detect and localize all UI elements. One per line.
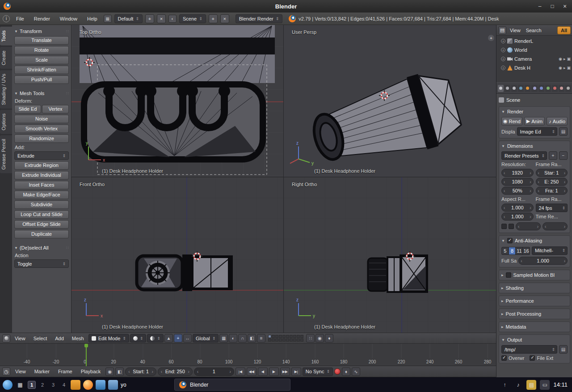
audio-button[interactable]: ♪Audio <box>547 117 568 125</box>
keying-set-icon[interactable]: ♦ <box>342 367 350 376</box>
loop-cut-button[interactable]: Loop Cut and Slide <box>14 210 69 219</box>
vertex-slide-button[interactable]: Vertex <box>42 105 69 113</box>
noise-button[interactable]: Noise <box>14 115 69 123</box>
renderable-icon[interactable]: ▣ <box>567 66 571 70</box>
tab-render[interactable] <box>498 85 504 92</box>
scene-dropdown[interactable]: Scene <box>179 14 206 23</box>
updates-icon[interactable]: ↑ <box>500 380 509 390</box>
close-icon[interactable] <box>561 3 568 10</box>
timeline-view-menu[interactable]: View <box>12 368 29 375</box>
add-scene-button[interactable]: + <box>209 14 218 23</box>
scale-button[interactable]: Scale <box>14 56 69 64</box>
tab-modifiers[interactable] <box>538 85 544 92</box>
performance-header[interactable]: Performance <box>501 297 568 304</box>
end-frame-field[interactable]: End: 250 <box>158 367 193 376</box>
outliner-filter-button[interactable]: All <box>557 26 571 34</box>
lock-icon[interactable]: ∷ <box>306 334 315 342</box>
offset-edge-slide-button[interactable]: Offset Edge Slide <box>14 220 69 229</box>
fps-dropdown[interactable]: 24 fps <box>536 204 568 212</box>
selectable-icon[interactable]: ▸ <box>564 66 566 70</box>
tab-physics[interactable] <box>565 85 571 92</box>
panel-transform-header[interactable]: Transform ∷ <box>14 29 69 34</box>
tab-object[interactable] <box>525 85 530 92</box>
tab-data[interactable] <box>545 85 551 92</box>
snap-element-icon[interactable]: ◧ <box>248 334 256 342</box>
panel-mesh-tools-header[interactable]: Mesh Tools ∷ <box>14 91 69 96</box>
snap-magnet-icon[interactable]: ∩ <box>238 334 247 342</box>
workspace-4-button[interactable]: 4 <box>60 381 68 389</box>
render-opengl-icon[interactable]: ◉ <box>315 334 324 342</box>
extrude-dropdown[interactable]: Extrude <box>14 151 69 160</box>
frame-end-field[interactable]: E: 250 <box>536 178 568 186</box>
frame-start-field[interactable]: Star: 1 <box>536 169 568 177</box>
display-lock-icon[interactable]: ▤ <box>559 127 568 136</box>
messenger-icon[interactable] <box>96 380 105 390</box>
workspace-3-button[interactable]: 3 <box>49 381 57 389</box>
tab-scene[interactable] <box>511 85 517 92</box>
view-menu[interactable]: View <box>11 335 29 342</box>
remove-scene-button[interactable]: × <box>220 14 229 23</box>
time-remap-new-field[interactable] <box>543 222 568 230</box>
add-menu[interactable]: Add <box>51 335 67 342</box>
blender-taskbar-button[interactable]: Blender <box>174 379 290 391</box>
workspace-1-button[interactable]: 1 <box>28 381 36 389</box>
animation-button[interactable]: ▶Anim <box>524 117 545 125</box>
resolution-y-field[interactable]: 1080 <box>501 178 534 186</box>
overwrite-checkbox[interactable] <box>501 355 507 361</box>
motion-blur-header[interactable]: Sampled Motion Bl <box>501 271 568 279</box>
current-frame-field[interactable]: 1 <box>194 367 234 376</box>
duplicate-button[interactable]: Duplicate <box>14 230 69 238</box>
render-panel-header[interactable]: Render <box>501 108 568 115</box>
aa-filter-dropdown[interactable]: Mitchell- <box>532 246 568 255</box>
frame-step-field[interactable]: Fra: 1 <box>536 187 568 195</box>
rotate-button[interactable]: Rotate <box>14 46 69 54</box>
current-frame-marker[interactable] <box>86 344 87 366</box>
proportional-edit-icon[interactable]: ◐ <box>229 334 237 342</box>
tab-material[interactable] <box>552 85 558 92</box>
render-engine-dropdown[interactable]: Blender Render <box>236 14 283 23</box>
add-layout-button[interactable]: + <box>145 14 154 23</box>
outliner-item-camera[interactable]: Camera ◉▸▣ <box>496 54 572 63</box>
aa-11-button[interactable]: 11 <box>516 247 523 255</box>
play-button[interactable]: ▶ <box>269 367 279 376</box>
menu-window[interactable]: Window <box>56 15 81 22</box>
workspace-2-button[interactable]: 2 <box>38 381 46 389</box>
edge-slide-button[interactable]: Slide Ed <box>14 105 41 113</box>
subdivide-button[interactable]: Subdivide <box>14 200 69 209</box>
preview-range-icon[interactable]: ◉ <box>105 367 114 376</box>
tab-tools[interactable]: Tools <box>0 27 12 46</box>
tab-shading-uvs[interactable]: Shading / UVs <box>0 70 12 108</box>
render-button[interactable]: ◉Rend <box>501 117 522 125</box>
start-frame-field[interactable]: Start: 1 <box>125 367 156 376</box>
add-preset-icon[interactable]: + <box>549 151 557 160</box>
renderable-icon[interactable]: ▣ <box>567 57 571 61</box>
aa-8-button[interactable]: 8 <box>509 247 516 255</box>
inset-faces-button[interactable]: Inset Faces <box>14 181 69 189</box>
randomize-button[interactable]: Randomize <box>14 134 69 143</box>
aspect-x-field[interactable]: 1.000 <box>501 204 534 212</box>
timeline-marker-menu[interactable]: Marker <box>31 368 53 375</box>
selectable-icon[interactable]: ▸ <box>564 57 566 61</box>
remove-layout-button[interactable]: × <box>157 14 166 23</box>
keyframe-insert-icon[interactable]: ∿ <box>352 367 360 376</box>
dimensions-panel-header[interactable]: Dimensions <box>501 142 568 150</box>
jump-end-button[interactable]: ▶| <box>291 367 301 376</box>
expand-icon[interactable] <box>501 57 505 61</box>
make-edge-face-button[interactable]: Make Edge/Face <box>14 191 69 199</box>
extrude-region-button[interactable]: Extrude Region <box>14 161 69 170</box>
tab-create[interactable]: Create <box>0 47 12 69</box>
anti-aliasing-checkbox[interactable] <box>507 238 513 243</box>
editor-type-outliner-icon[interactable]: ▤ <box>498 26 506 34</box>
expand-icon[interactable] <box>501 48 505 52</box>
post-processing-header[interactable]: Post Processing <box>501 310 568 317</box>
panel-deselect-header[interactable]: (De)select All ∷ <box>14 245 69 250</box>
editor-type-timeline-icon[interactable]: ◷ <box>2 367 10 375</box>
menu-help[interactable]: Help <box>84 15 101 22</box>
screen-layout-icon[interactable]: ▦ <box>104 15 112 23</box>
translate-button[interactable]: Translate <box>14 36 69 45</box>
shrink-fatten-button[interactable]: Shrink/Fatten <box>14 66 69 74</box>
aa-samples-segment[interactable]: 5 8 11 16 <box>501 247 530 255</box>
prev-keyframe-button[interactable]: ◀◀ <box>247 367 257 376</box>
file-ext-checkbox[interactable] <box>530 355 535 361</box>
play-reverse-button[interactable]: ◀ <box>258 367 268 376</box>
